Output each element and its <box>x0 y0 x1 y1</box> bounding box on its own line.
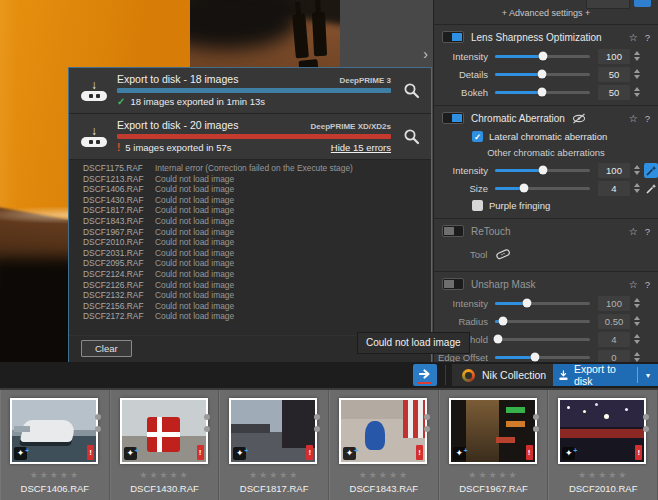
filmstrip-cell[interactable]: ✦+!★★★★★DSCF1817.RAF <box>219 390 329 500</box>
bottle-artwork-icon <box>312 12 327 57</box>
nik-collection-button[interactable]: Nik Collection <box>452 364 556 386</box>
photo-thumbnail[interactable]: ✦+! <box>229 398 317 464</box>
magnifier-icon[interactable] <box>397 82 425 99</box>
error-row: DSCF1817.RAFCould not load image <box>69 205 431 216</box>
unsharp-mask-toggle[interactable] <box>442 278 464 290</box>
spinner-arrows-icon[interactable] <box>634 334 640 344</box>
hide-errors-link[interactable]: Hide 15 errors <box>331 142 391 153</box>
favorite-star-icon[interactable]: ☆ <box>629 279 638 290</box>
help-icon[interactable]: ? <box>645 279 650 290</box>
star-rating[interactable]: ★★★★★ <box>1 470 109 480</box>
star-rating[interactable]: ★★★★★ <box>111 470 219 480</box>
ca-intensity-value-spinner[interactable]: 100 <box>598 163 640 178</box>
error-list: DSCF1175.RAFInternal error (Correction f… <box>69 160 431 335</box>
status-dots-icon <box>204 414 210 432</box>
photo-thumbnail[interactable]: ✦+! <box>449 398 537 464</box>
help-icon[interactable]: ? <box>645 32 650 43</box>
spinner-arrows-icon[interactable] <box>634 352 640 362</box>
usm-threshold-value-spinner[interactable]: 4 <box>598 332 640 347</box>
export-in-progress-button[interactable] <box>413 364 437 386</box>
error-row: DSCF2031.RAFCould not load image <box>69 248 431 259</box>
spinner-arrows-icon[interactable] <box>634 316 640 326</box>
usm-intensity-value-spinner[interactable]: 100 <box>598 296 640 311</box>
filmstrip-cell[interactable]: ✦+!★★★★★DSCF2010.RAF <box>548 390 658 500</box>
filmstrip-cell[interactable]: ✦+!★★★★★DSCF1430.RAF <box>110 390 220 500</box>
error-filename: DSCF2126.RAF <box>83 280 155 291</box>
section-title: Lens Sharpness Optimization <box>471 32 602 43</box>
intensity-value-spinner[interactable]: 100 <box>598 49 640 64</box>
spinner-arrows-icon[interactable] <box>634 87 640 97</box>
magnifier-icon[interactable] <box>397 128 425 145</box>
lens-sharpness-toggle[interactable] <box>442 31 464 43</box>
chromatic-aberration-toggle[interactable] <box>442 112 464 124</box>
lateral-ca-checkbox[interactable]: ✓ <box>472 131 483 142</box>
retouch-toggle[interactable] <box>442 225 464 237</box>
details-value-spinner[interactable]: 50 <box>598 67 640 82</box>
error-message: Could not load image <box>155 301 234 312</box>
collapse-panel-chevron-icon[interactable]: › <box>423 46 428 62</box>
usm-intensity-slider[interactable] <box>495 302 590 305</box>
status-dots-icon <box>424 414 430 432</box>
slider-label: Radius <box>434 316 495 327</box>
usm-edge-offset-value-spinner[interactable]: 0 <box>598 350 640 363</box>
filmstrip: ✦+!★★★★★DSCF1406.RAF✦+!★★★★★DSCF1430.RAF… <box>0 388 658 500</box>
error-filename: DSCF1843.RAF <box>83 216 155 227</box>
correction-badge-icon: ✦+ <box>562 447 575 460</box>
filmstrip-cell[interactable]: ✦+!★★★★★DSCF1406.RAF <box>0 390 110 500</box>
usm-radius-value-spinner[interactable]: 0.50 <box>598 314 640 329</box>
error-message: Internal error (Correction failed on the… <box>155 163 353 174</box>
star-rating[interactable]: ★★★★★ <box>440 470 548 480</box>
clear-button[interactable]: Clear <box>81 340 132 357</box>
bandage-icon[interactable] <box>494 247 512 261</box>
star-rating[interactable]: ★★★★★ <box>220 470 328 480</box>
export-menu-chevron-icon[interactable]: ▾ <box>643 371 653 380</box>
filmstrip-cell[interactable]: ✦+!★★★★★DSCF1967.RAF <box>439 390 549 500</box>
ca-size-value-spinner[interactable]: 4 <box>598 181 640 196</box>
bokeh-value-spinner[interactable]: 50 <box>598 85 640 100</box>
details-slider[interactable] <box>495 73 590 76</box>
error-message: Could not load image <box>155 174 234 185</box>
favorite-star-icon[interactable]: ☆ <box>629 113 638 124</box>
spinner-arrows-icon[interactable] <box>634 298 640 308</box>
partial-auto-button[interactable] <box>634 0 651 7</box>
favorite-star-icon[interactable]: ☆ <box>629 32 638 43</box>
slider-label: Size <box>434 183 495 194</box>
help-icon[interactable]: ? <box>645 226 650 237</box>
eye-off-icon[interactable] <box>572 113 586 124</box>
star-rating[interactable]: ★★★★★ <box>330 470 438 480</box>
purple-fringing-checkbox[interactable] <box>472 200 483 211</box>
ca-size-slider[interactable] <box>495 187 590 190</box>
advanced-settings-link[interactable]: + Advanced settings + <box>434 8 658 18</box>
export-to-disk-icon: ↓ <box>77 126 111 147</box>
export-job-row: ↓ Export to disk - 20 images DeepPRIME X… <box>69 114 431 160</box>
error-filename: DSCF1175.RAF <box>83 163 155 174</box>
spinner-arrows-icon[interactable] <box>634 165 640 175</box>
photo-thumbnail[interactable]: ✦+! <box>10 398 98 464</box>
magic-wand-button[interactable] <box>644 163 658 178</box>
spinner-arrows-icon[interactable] <box>634 51 640 61</box>
checkbox-label: Purple fringing <box>489 200 550 211</box>
star-rating[interactable]: ★★★★★ <box>549 470 657 480</box>
spinner-arrows-icon[interactable] <box>634 183 640 193</box>
help-icon[interactable]: ? <box>645 113 650 124</box>
error-message: Could not load image <box>155 290 234 301</box>
favorite-star-icon[interactable]: ☆ <box>629 226 638 237</box>
photo-thumbnail[interactable]: ✦+! <box>558 398 646 464</box>
error-message: Could not load image <box>155 216 234 227</box>
bokeh-slider[interactable] <box>495 91 590 94</box>
correction-badge-icon: ✦+ <box>233 447 246 460</box>
ca-intensity-slider[interactable] <box>495 169 590 172</box>
usm-threshold-slider[interactable] <box>495 338 590 341</box>
usm-radius-slider[interactable] <box>495 320 590 323</box>
photo-thumbnail[interactable]: ✦+! <box>120 398 208 464</box>
intensity-slider[interactable] <box>495 55 590 58</box>
filmstrip-cell[interactable]: ✦+!★★★★★DSCF1843.RAF <box>329 390 439 500</box>
export-to-disk-button[interactable]: Export to disk ▾ <box>553 364 658 386</box>
spinner-arrows-icon[interactable] <box>634 69 640 79</box>
error-filename: DSCF2010.RAF <box>83 237 155 248</box>
magic-wand-button[interactable] <box>644 181 658 196</box>
photo-thumbnail[interactable]: ✦+! <box>339 398 427 464</box>
progress-bar-complete <box>117 88 391 93</box>
usm-edge-offset-slider[interactable] <box>495 356 590 359</box>
error-exclamation-icon: ! <box>117 142 120 153</box>
